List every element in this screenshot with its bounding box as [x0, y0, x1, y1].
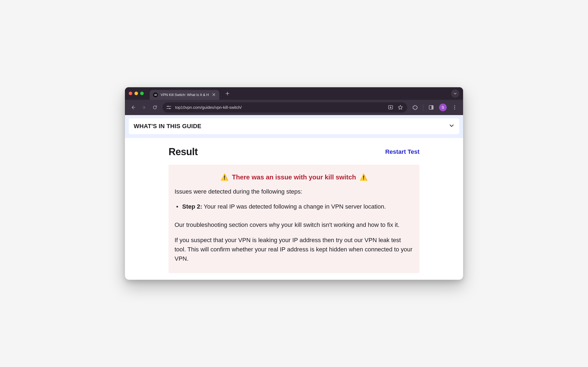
minimize-window-button[interactable]	[134, 92, 138, 95]
tab-bar: 10 VPN Kill Switch: What Is It & H	[125, 87, 463, 100]
back-button[interactable]	[130, 104, 136, 111]
browser-menu-button[interactable]	[451, 104, 458, 111]
kebab-icon	[452, 105, 457, 110]
plus-icon	[226, 92, 229, 95]
issue-item: Step 2: Your real IP was detected follow…	[175, 202, 413, 211]
reload-icon	[152, 105, 158, 110]
close-window-button[interactable]	[129, 92, 132, 95]
address-bar[interactable]: top10vpn.com/guides/vpn-kill-switch/	[163, 102, 407, 113]
browser-window: 10 VPN Kill Switch: What Is It & H	[125, 87, 463, 280]
reload-button[interactable]	[152, 104, 158, 111]
browser-toolbar: top10vpn.com/guides/vpn-kill-switch/	[125, 100, 463, 115]
result-paragraph: Our troubleshooting section covers why y…	[175, 220, 413, 230]
sidepanel-button[interactable]	[428, 104, 435, 111]
new-tab-button[interactable]	[224, 90, 231, 97]
extensions-button[interactable]	[412, 104, 419, 111]
browser-tab[interactable]: 10 VPN Kill Switch: What Is It & H	[150, 90, 219, 100]
install-app-button[interactable]	[388, 104, 394, 110]
chevron-down-icon	[449, 123, 454, 130]
warning-text: There was an issue with your kill switch	[232, 173, 356, 181]
result-heading: Result	[169, 146, 198, 158]
extension-icon	[412, 105, 418, 110]
issues-intro: Issues were detected during the followin…	[175, 188, 413, 195]
tab-title: VPN Kill Switch: What Is It & H	[161, 93, 209, 97]
svg-point-5	[454, 105, 455, 106]
result-header: Result Restart Test	[169, 146, 419, 158]
issues-list: Step 2: Your real IP was detected follow…	[175, 202, 413, 211]
issue-text: Your real IP was detected following a ch…	[202, 203, 386, 210]
tune-icon	[166, 105, 171, 110]
sidepanel-icon	[428, 105, 434, 110]
svg-point-6	[454, 107, 455, 108]
arrow-right-icon	[141, 105, 147, 110]
star-icon	[398, 105, 403, 110]
warning-heading: ⚠️ There was an issue with your kill swi…	[175, 173, 413, 181]
bookmark-button[interactable]	[397, 104, 403, 110]
warning-icon: ⚠️	[359, 173, 368, 181]
arrow-left-icon	[130, 105, 136, 110]
guide-banner-title: WHAT'S IN THIS GUIDE	[134, 123, 201, 130]
result-paragraph: If you suspect that your VPN is leaking …	[175, 236, 413, 263]
forward-button[interactable]	[141, 104, 147, 111]
install-icon	[388, 105, 393, 110]
result-box: ⚠️ There was an issue with your kill swi…	[169, 165, 419, 273]
warning-icon: ⚠️	[220, 173, 229, 181]
guide-banner-wrap: WHAT'S IN THIS GUIDE	[125, 115, 463, 138]
chevron-down-icon	[454, 92, 457, 95]
guide-toc-toggle[interactable]: WHAT'S IN THIS GUIDE	[129, 118, 459, 134]
close-tab-button[interactable]	[212, 92, 216, 98]
toolbar-separator	[423, 104, 423, 110]
page-content: WHAT'S IN THIS GUIDE Result Restart Test…	[125, 115, 463, 280]
url-text[interactable]: top10vpn.com/guides/vpn-kill-switch/	[175, 105, 384, 110]
page-body: Result Restart Test ⚠️ There was an issu…	[125, 138, 463, 280]
site-info-button[interactable]	[166, 105, 171, 110]
window-controls	[129, 92, 144, 95]
tab-favicon: 10	[153, 92, 158, 97]
svg-point-7	[454, 109, 455, 109]
svg-rect-4	[431, 106, 433, 109]
issue-step-label: Step 2:	[182, 203, 202, 210]
close-icon	[212, 93, 215, 96]
profile-avatar[interactable]: S	[439, 104, 447, 111]
tabs-dropdown-button[interactable]	[451, 89, 459, 98]
maximize-window-button[interactable]	[140, 92, 144, 95]
restart-test-link[interactable]: Restart Test	[385, 148, 419, 155]
